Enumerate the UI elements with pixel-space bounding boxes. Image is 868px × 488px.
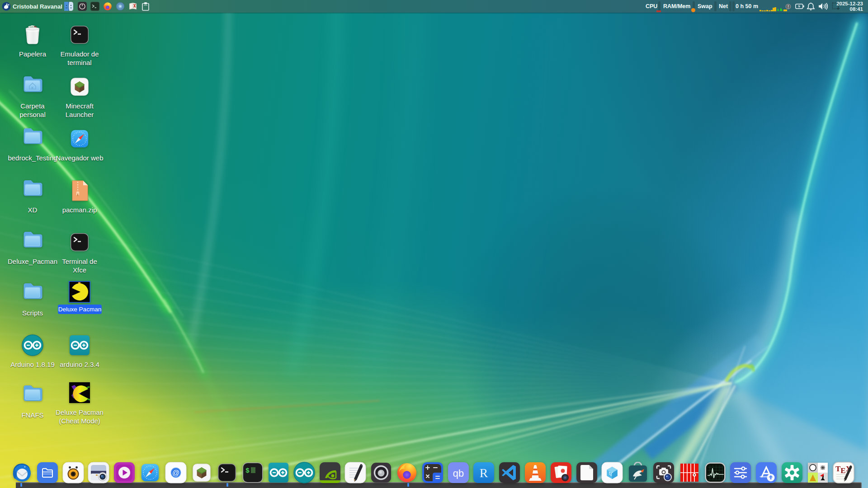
- svg-text:qb: qb: [453, 468, 464, 479]
- svg-text:R: R: [480, 466, 488, 480]
- svg-text:$: $: [245, 467, 250, 475]
- svg-text:@: @: [172, 469, 179, 477]
